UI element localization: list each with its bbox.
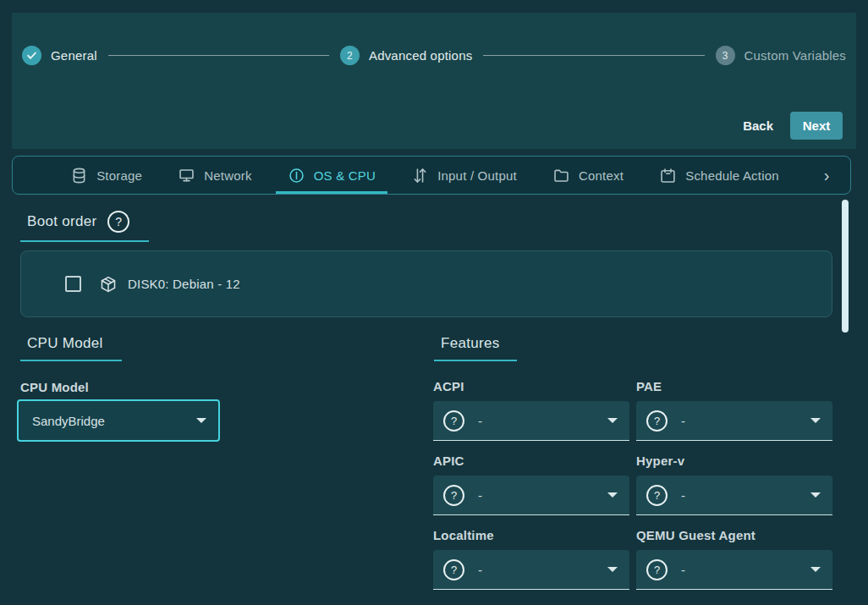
- feature-pae-select[interactable]: ? -: [636, 401, 832, 441]
- os-cpu-icon: [288, 167, 305, 184]
- step-general[interactable]: General: [22, 46, 97, 65]
- feature-apic-select[interactable]: ? -: [433, 476, 629, 515]
- tab-label: Network: [204, 168, 251, 183]
- features-section-title: Features: [434, 335, 517, 361]
- section-title-text: Boot order: [27, 213, 96, 230]
- section-title-text: Features: [441, 335, 500, 352]
- tab-input-output[interactable]: Input / Output: [399, 157, 529, 194]
- vm-update-wizard: General 2 Advanced options 3 Custom Vari…: [0, 0, 868, 605]
- feature-pae: PAE ? -: [636, 380, 832, 441]
- step-label: Custom Variables: [744, 48, 846, 63]
- feature-hyperv: Hyper-v ? -: [636, 454, 832, 515]
- cpu-model-section-title: CPU Model: [20, 335, 122, 361]
- feature-acpi: ACPI ? -: [433, 380, 629, 441]
- wizard-stepper: General 2 Advanced options 3 Custom Vari…: [12, 46, 856, 65]
- feature-label: PAE: [636, 380, 832, 393]
- back-button[interactable]: Back: [743, 118, 773, 133]
- tab-network[interactable]: Network: [166, 157, 263, 194]
- step-custom-variables[interactable]: 3 Custom Variables: [716, 46, 846, 65]
- tab-label: Schedule Action: [685, 168, 779, 183]
- network-icon: [178, 167, 195, 184]
- cpu-model-field-label: CPU Model: [20, 380, 89, 394]
- tab-storage[interactable]: Storage: [58, 157, 154, 194]
- chevron-down-icon: [607, 418, 618, 423]
- feature-label: Localtime: [433, 529, 629, 542]
- feature-localtime: Localtime ? -: [433, 529, 629, 590]
- features-grid: ACPI ? - PAE ? - APIC ? - Hyper-v: [433, 380, 832, 590]
- step-label: General: [51, 48, 97, 63]
- input-output-icon: [411, 167, 429, 184]
- step-advanced-options[interactable]: 2 Advanced options: [340, 46, 472, 65]
- tab-schedule-action[interactable]: Schedule Action: [647, 157, 791, 194]
- feature-qemu-guest-agent-select[interactable]: ? -: [636, 550, 832, 590]
- tab-label: Storage: [96, 168, 142, 183]
- chevron-down-icon: [196, 418, 206, 423]
- wizard-header-panel: General 2 Advanced options 3 Custom Vari…: [12, 13, 856, 149]
- feature-label: Hyper-v: [636, 454, 832, 468]
- help-icon[interactable]: ?: [646, 410, 667, 432]
- tab-label: Context: [579, 168, 624, 183]
- feature-value: -: [478, 488, 482, 503]
- boot-item-checkbox[interactable]: [65, 276, 81, 292]
- tabs-scroll-right-button[interactable]: ›: [803, 157, 850, 194]
- feature-value: -: [478, 414, 482, 428]
- package-icon: [99, 275, 118, 294]
- help-icon[interactable]: ?: [646, 485, 667, 506]
- feature-value: -: [478, 563, 482, 577]
- feature-acpi-select[interactable]: ? -: [433, 401, 629, 441]
- chevron-down-icon: [810, 492, 821, 498]
- check-icon: [22, 46, 41, 65]
- cpu-model-select[interactable]: SandyBridge: [17, 399, 220, 442]
- tab-label: Input / Output: [437, 168, 517, 183]
- stepper-connector: [108, 55, 329, 56]
- feature-label: ACPI: [433, 380, 629, 393]
- chevron-down-icon: [810, 418, 821, 423]
- tabs: Storage Network OS & CPU: [13, 157, 803, 194]
- next-button[interactable]: Next: [790, 112, 843, 140]
- step-number: 2: [340, 46, 360, 65]
- step-label: Advanced options: [369, 48, 472, 63]
- feature-value: -: [681, 488, 685, 503]
- context-icon: [552, 167, 570, 184]
- chevron-right-icon: ›: [824, 166, 830, 185]
- section-tabbar: Storage Network OS & CPU: [12, 156, 851, 195]
- feature-label: APIC: [433, 454, 629, 468]
- boot-order-list: DISK0: Debian - 12: [20, 250, 832, 317]
- boot-item-label[interactable]: DISK0: Debian - 12: [128, 277, 240, 291]
- feature-value: -: [681, 563, 685, 577]
- scrollbar-thumb[interactable]: [842, 200, 849, 333]
- wizard-actions: Back Next: [743, 112, 843, 140]
- step-number: 3: [716, 46, 735, 65]
- feature-localtime-select[interactable]: ? -: [433, 550, 629, 590]
- help-icon[interactable]: ?: [443, 410, 464, 432]
- boot-order-section-title: Boot order ?: [20, 211, 149, 242]
- help-icon[interactable]: ?: [443, 559, 464, 580]
- tab-os-cpu[interactable]: OS & CPU: [276, 157, 387, 194]
- feature-value: -: [681, 414, 685, 428]
- chevron-down-icon: [607, 567, 618, 572]
- storage-icon: [70, 167, 88, 184]
- feature-apic: APIC ? -: [433, 454, 629, 515]
- schedule-icon: [659, 167, 677, 184]
- tab-label: OS & CPU: [314, 168, 376, 183]
- chevron-down-icon: [810, 567, 821, 572]
- help-icon[interactable]: ?: [646, 559, 667, 580]
- feature-label: QEMU Guest Agent: [636, 529, 832, 542]
- section-title-text: CPU Model: [27, 335, 103, 352]
- feature-hyperv-select[interactable]: ? -: [636, 476, 832, 515]
- help-icon[interactable]: ?: [443, 485, 464, 506]
- cpu-model-value: SandyBridge: [32, 414, 105, 428]
- help-icon[interactable]: ?: [107, 211, 129, 233]
- chevron-down-icon: [607, 492, 618, 498]
- tab-context[interactable]: Context: [541, 157, 635, 194]
- feature-qemu-guest-agent: QEMU Guest Agent ? -: [636, 529, 832, 590]
- stepper-connector: [483, 55, 704, 56]
